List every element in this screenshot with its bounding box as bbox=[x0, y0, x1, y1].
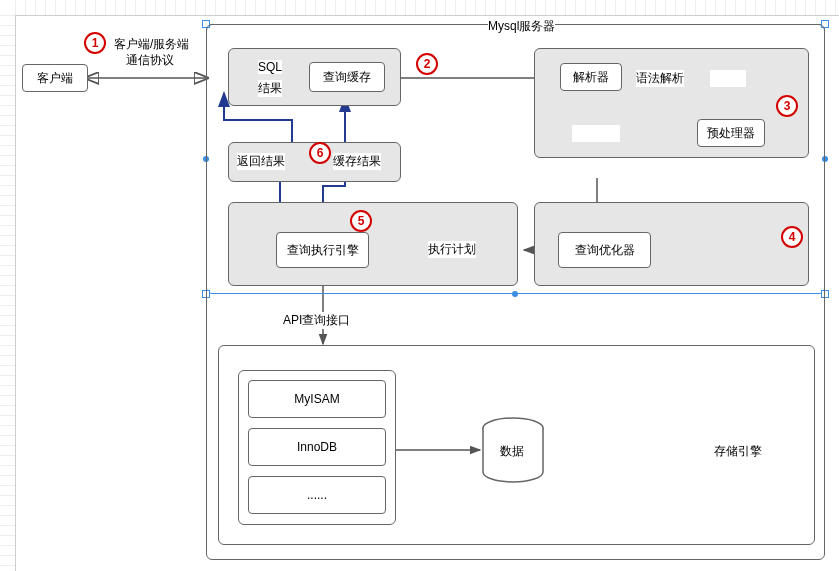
num-5: 5 bbox=[350, 210, 372, 232]
num-2: 2 bbox=[416, 53, 438, 75]
cache-result: 缓存结果 bbox=[333, 153, 381, 170]
mysql-title: Mysql服务器 bbox=[488, 18, 555, 35]
sql-label: SQL bbox=[258, 60, 282, 74]
new-parse-tree: 新解析树 bbox=[572, 125, 620, 142]
return-result: 返回结果 bbox=[237, 153, 285, 170]
ruler-vertical bbox=[0, 15, 16, 571]
protocol-l2: 通信协议 bbox=[126, 52, 174, 69]
database-label: 数据 bbox=[500, 443, 524, 460]
grammar-label: 语法解析 bbox=[636, 70, 684, 87]
result-label: 结果 bbox=[258, 80, 282, 97]
optimizer-box[interactable]: 查询优化器 bbox=[558, 232, 651, 268]
num-3: 3 bbox=[776, 95, 798, 117]
exec-engine[interactable]: 查询执行引擎 bbox=[276, 232, 369, 268]
ruler-corner bbox=[0, 0, 16, 16]
num-4: 4 bbox=[781, 226, 803, 248]
api-label: API查询接口 bbox=[283, 312, 350, 329]
query-cache-box[interactable]: 查询缓存 bbox=[309, 62, 385, 92]
parser-box[interactable]: 解析器 bbox=[560, 63, 622, 91]
exec-plan: 执行计划 bbox=[428, 241, 476, 258]
others[interactable]: ...... bbox=[248, 476, 386, 514]
client-box[interactable]: 客户端 bbox=[22, 64, 88, 92]
protocol-l1: 客户端/服务端 bbox=[114, 36, 189, 53]
parse-tree: 解析树 bbox=[710, 70, 746, 87]
num-1: 1 bbox=[84, 32, 106, 54]
innodb[interactable]: InnoDB bbox=[248, 428, 386, 466]
myisam[interactable]: MyISAM bbox=[248, 380, 386, 418]
ruler-horizontal bbox=[15, 0, 839, 16]
storage-label: 存储引擎 bbox=[714, 443, 762, 460]
preprocessor-box[interactable]: 预处理器 bbox=[697, 119, 765, 147]
num-6: 6 bbox=[309, 142, 331, 164]
